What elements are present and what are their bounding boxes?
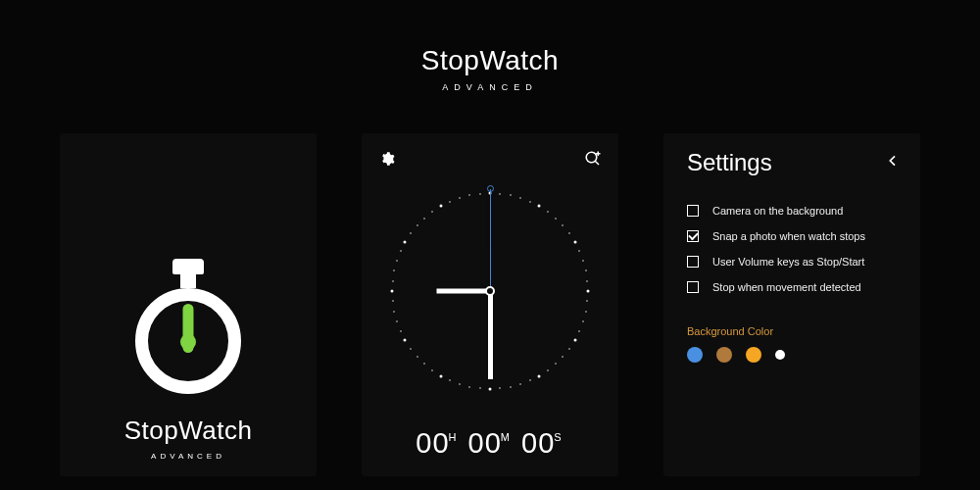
settings-option-label: User Volume keys as Stop/Start	[712, 256, 864, 268]
zoom-in-icon[interactable]	[583, 149, 603, 169]
bg-color-swatch[interactable]	[775, 350, 785, 360]
splash-title: StopWatch	[124, 416, 253, 446]
splash-subtitle: ADVANCED	[151, 452, 225, 461]
settings-option[interactable]: Camera on the background	[687, 198, 897, 223]
settings-screen: Settings Camera on the backgroundSnap a …	[663, 133, 920, 476]
stopwatch-screen: 00H 00M 00S	[362, 133, 618, 476]
checkbox[interactable]	[687, 230, 699, 242]
bg-color-swatch[interactable]	[746, 347, 761, 363]
bg-color-label: Background Color	[687, 325, 897, 337]
hours-value: 00	[416, 427, 449, 459]
minute-hand	[488, 291, 493, 379]
hero-title: StopWatch	[0, 45, 980, 76]
bg-color-swatch[interactable]	[716, 347, 732, 363]
gear-icon[interactable]	[377, 149, 397, 169]
minutes-unit: M	[501, 431, 511, 443]
seconds-unit: S	[554, 431, 562, 443]
bg-color-swatch[interactable]	[687, 347, 703, 363]
settings-option-label: Camera on the background	[712, 205, 843, 217]
settings-option-label: Snap a photo when watch stops	[712, 230, 865, 242]
dial-center	[485, 286, 495, 296]
second-hand	[490, 189, 491, 291]
minutes-value: 00	[468, 427, 502, 459]
settings-option[interactable]: User Volume keys as Stop/Start	[687, 249, 897, 274]
settings-option[interactable]: Stop when movement detected	[687, 274, 897, 300]
settings-option-label: Stop when movement detected	[712, 281, 861, 293]
checkbox[interactable]	[687, 281, 699, 293]
checkbox[interactable]	[687, 205, 699, 217]
splash-screen: StopWatch ADVANCED	[60, 133, 317, 476]
hero: StopWatch ADVANCED	[0, 0, 980, 92]
hours-unit: H	[449, 431, 458, 443]
watch-dial[interactable]	[377, 169, 603, 414]
seconds-value: 00	[521, 427, 555, 459]
hero-subtitle: ADVANCED	[0, 82, 980, 92]
time-readout: 00H 00M 00S	[377, 427, 603, 460]
hour-hand	[436, 289, 490, 294]
checkbox[interactable]	[687, 256, 699, 268]
settings-option[interactable]: Snap a photo when watch stops	[687, 223, 897, 249]
bg-color-swatches	[687, 347, 897, 363]
stopwatch-icon	[130, 257, 246, 394]
back-button[interactable]	[885, 153, 901, 172]
settings-title: Settings	[687, 149, 772, 176]
